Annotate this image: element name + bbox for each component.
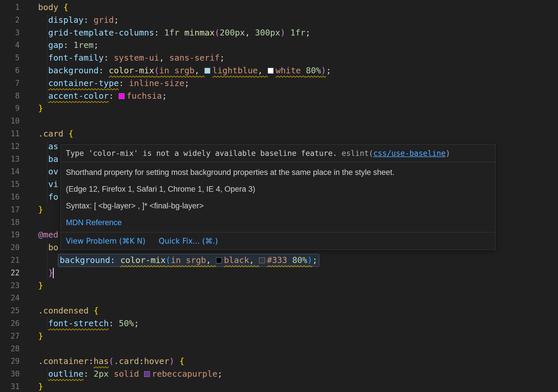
line-content[interactable]: @med	[38, 229, 58, 241]
line-number[interactable]: 18	[0, 216, 20, 229]
line-content[interactable]: }	[38, 102, 43, 115]
indent-guide	[47, 191, 47, 204]
code-token: vi	[48, 179, 58, 189]
line-number[interactable]: 20	[0, 241, 20, 254]
code-token	[38, 28, 48, 38]
color-swatch[interactable]	[268, 68, 274, 74]
line-number[interactable]: 12	[0, 140, 20, 153]
line-content[interactable]: ba	[38, 153, 58, 166]
line-number[interactable]: 4	[0, 39, 20, 52]
code-token: 80%	[306, 66, 321, 75]
line-number[interactable]: 17	[0, 204, 20, 216]
view-problem-action[interactable]: View Problem (⌘K N)	[66, 236, 146, 246]
code-editor[interactable]: 1body {2 display: grid;3 grid-template-c…	[0, 0, 558, 392]
code-line: 7 container-type: inline-size;	[0, 77, 558, 90]
line-number[interactable]: 1	[0, 1, 20, 14]
code-token: outline	[48, 369, 83, 379]
code-token: :	[119, 78, 129, 88]
color-swatch[interactable]	[144, 371, 150, 377]
line-content[interactable]: }	[38, 204, 43, 216]
color-swatch[interactable]	[259, 257, 265, 263]
code-line: 29.container:has(.card:hover) {	[0, 355, 558, 368]
line-content[interactable]: as	[38, 140, 58, 153]
line-content[interactable]: font-family: system-ui, sans-serif;	[38, 52, 225, 64]
line-number[interactable]: 26	[0, 317, 20, 330]
code-token: 50%	[119, 318, 134, 328]
color-swatch[interactable]	[216, 257, 222, 263]
color-swatch[interactable]	[119, 93, 124, 99]
line-number[interactable]: 8	[0, 90, 20, 102]
code-token: }	[38, 281, 43, 290]
code-token: :	[154, 28, 164, 38]
line-content[interactable]: }	[38, 380, 43, 392]
line-number[interactable]: 24	[0, 292, 20, 305]
code-token	[38, 268, 48, 278]
indent-guide	[47, 90, 47, 102]
line-content[interactable]: font-stretch: 50%;	[38, 317, 139, 330]
code-token: display	[48, 15, 83, 25]
line-number[interactable]: 29	[0, 355, 20, 368]
line-content[interactable]: grid-template-columns: 1fr minmax(200px,…	[38, 27, 310, 39]
line-content[interactable]: body {	[38, 1, 68, 14]
indent-guide	[47, 368, 47, 380]
line-number[interactable]: 5	[0, 52, 20, 64]
popup-status-bar: View Problem (⌘K N) Quick Fix... (⌘.)	[61, 232, 495, 250]
color-swatch[interactable]	[204, 68, 210, 74]
line-content[interactable]: background: color-mix(in srgb, lightblue…	[38, 64, 331, 77]
code-token: ;	[114, 15, 119, 25]
line-number[interactable]: 10	[0, 115, 20, 128]
line-content[interactable]: background: color-mix(in srgb, black, #3…	[38, 254, 319, 267]
line-content[interactable]: fo	[38, 191, 58, 204]
line-number[interactable]: 16	[0, 191, 20, 204]
line-number[interactable]: 3	[0, 27, 20, 39]
line-number[interactable]: 22	[0, 267, 20, 279]
code-token: 1fr	[285, 28, 306, 38]
code-token: )	[321, 66, 326, 75]
line-number[interactable]: 25	[0, 305, 20, 317]
line-number[interactable]: 14	[0, 165, 20, 178]
line-content[interactable]: }	[38, 330, 43, 343]
line-number[interactable]: 23	[0, 279, 20, 292]
line-number[interactable]: 9	[0, 102, 20, 115]
line-number[interactable]: 28	[0, 343, 20, 355]
mdn-reference-link[interactable]: MDN Reference	[66, 218, 122, 227]
code-token: }	[38, 103, 43, 113]
code-line: 28	[0, 343, 558, 355]
code-token: #333	[267, 255, 292, 265]
line-content[interactable]: display: grid;	[38, 14, 119, 27]
line-content[interactable]: .card {	[38, 128, 73, 140]
code-token: (	[166, 255, 171, 265]
line-content[interactable]: gap: 1rem;	[38, 39, 99, 52]
code-line: 21 background: color-mix(in srgb, black,…	[0, 254, 558, 267]
line-content[interactable]: }	[38, 267, 53, 279]
code-token: color-mix	[109, 66, 154, 75]
line-number[interactable]: 7	[0, 77, 20, 90]
line-number[interactable]: 19	[0, 229, 20, 241]
line-content[interactable]: outline: 2px solid rebeccapurple;	[38, 368, 222, 380]
line-number[interactable]: 11	[0, 128, 20, 140]
line-number[interactable]: 2	[0, 14, 20, 27]
line-content[interactable]: bo	[38, 241, 58, 254]
line-content[interactable]: .condensed {	[38, 305, 99, 317]
code-token	[38, 154, 48, 164]
line-number[interactable]: 15	[0, 178, 20, 191]
line-number[interactable]: 27	[0, 330, 20, 343]
code-token: :	[89, 356, 94, 366]
code-token	[38, 167, 48, 176]
code-token: ba	[48, 154, 58, 164]
line-number[interactable]: 30	[0, 368, 20, 380]
line-content[interactable]: vi	[38, 178, 58, 191]
code-line: 2 display: grid;	[0, 14, 558, 27]
line-number[interactable]: 31	[0, 380, 20, 392]
line-content[interactable]: .container:has(.card:hover) {	[38, 355, 184, 368]
line-number[interactable]: 21	[0, 254, 20, 267]
eslint-rule-link[interactable]: css/use-baseline	[373, 149, 445, 158]
line-number[interactable]: 6	[0, 64, 20, 77]
line-content[interactable]: }	[38, 279, 43, 292]
quick-fix-action[interactable]: Quick Fix... (⌘.)	[159, 236, 218, 246]
code-token: 200px	[220, 28, 245, 38]
line-number[interactable]: 13	[0, 153, 20, 166]
line-content[interactable]: accent-color: fuchsia;	[38, 90, 167, 102]
line-content[interactable]: ov	[38, 165, 58, 178]
line-content[interactable]: container-type: inline-size;	[38, 77, 189, 90]
